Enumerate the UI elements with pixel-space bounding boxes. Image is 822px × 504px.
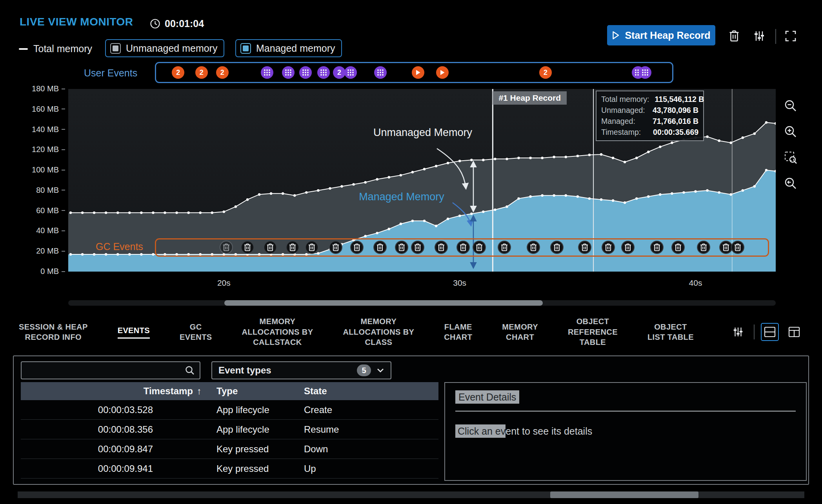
gc-event-icon[interactable] xyxy=(241,241,254,254)
gc-event-icon[interactable] xyxy=(621,241,635,254)
column-header-state[interactable]: State xyxy=(295,382,438,400)
user-event-touch-icon[interactable] xyxy=(299,66,312,79)
user-events-strip: 22222 xyxy=(155,62,673,83)
legend-total-memory[interactable]: Total memory xyxy=(19,43,92,54)
table-row[interactable]: 00:00:08.356App lifecycleResume xyxy=(21,420,438,439)
user-event-touch-icon[interactable] xyxy=(261,66,273,79)
y-axis-tick: 160 MB xyxy=(0,105,65,114)
user-event-tap-count-icon[interactable]: 2 xyxy=(216,66,229,79)
event-types-dropdown[interactable]: Event types 5 xyxy=(211,361,391,379)
window-scrollbar-thumb[interactable] xyxy=(550,491,698,498)
tab-object-reference-table[interactable]: OBJECT REFERENCE TABLE xyxy=(568,316,618,347)
cell-state: Resume xyxy=(295,420,438,439)
gc-event-icon[interactable] xyxy=(435,241,448,254)
cell-type: Key pressed xyxy=(208,459,295,478)
search-input[interactable] xyxy=(26,365,181,376)
gc-event-icon[interactable] xyxy=(697,241,710,254)
tab-label: SESSION & HEAP RECORD INFO xyxy=(19,322,88,343)
cell-timestamp: 00:00:08.356 xyxy=(21,420,208,439)
tab-memory-allocations-by-callstack[interactable]: MEMORY ALLOCATIONS BY CALLSTACK xyxy=(242,316,313,347)
gc-event-icon[interactable] xyxy=(731,241,744,254)
user-event-tap-count-icon[interactable]: 2 xyxy=(333,66,346,79)
user-event-tap-count-icon[interactable]: 2 xyxy=(172,66,184,79)
tab-label: MEMORY ALLOCATIONS BY CALLSTACK xyxy=(242,316,313,347)
legend-managed-memory[interactable]: Managed memory xyxy=(235,39,342,57)
fullscreen-button[interactable] xyxy=(781,27,800,45)
event-details-title: Event Details xyxy=(455,390,519,404)
user-event-touch-icon[interactable] xyxy=(374,66,387,79)
table-row[interactable]: 00:00:09.847Key pressedDown xyxy=(21,439,438,459)
gc-event-icon[interactable] xyxy=(650,241,664,254)
tab-session-heap-record-info[interactable]: SESSION & HEAP RECORD INFO xyxy=(19,322,88,343)
gc-event-icon[interactable] xyxy=(473,241,486,254)
gc-event-icon[interactable] xyxy=(550,241,564,254)
user-event-touch-group-icon[interactable] xyxy=(632,66,651,79)
gc-event-icon[interactable] xyxy=(395,241,408,254)
column-header-type[interactable]: Type xyxy=(208,382,295,400)
tab-memory-allocations-by-class[interactable]: MEMORY ALLOCATIONS BY CLASS xyxy=(343,316,414,347)
zoom-in-button[interactable] xyxy=(781,122,800,141)
tabbar-divider xyxy=(754,325,755,339)
trash-icon xyxy=(728,30,740,42)
gc-event-icon[interactable] xyxy=(498,241,511,254)
memory-chart[interactable]: #1 Heap Record Total memory:115,546,112 … xyxy=(68,89,776,272)
details-divider xyxy=(455,411,796,412)
table-row[interactable]: 00:00:03.528App lifecycleCreate xyxy=(21,400,438,420)
layout-grid-button[interactable] xyxy=(785,323,803,341)
tab-bar: SESSION & HEAP RECORD INFOEVENTSGC EVENT… xyxy=(19,314,803,350)
gc-event-icon[interactable] xyxy=(719,241,733,254)
user-event-play-icon[interactable] xyxy=(412,66,424,79)
chart-settings-button[interactable] xyxy=(750,27,769,45)
gc-event-icon[interactable] xyxy=(220,241,233,254)
tab-gc-events[interactable]: GC EVENTS xyxy=(180,322,212,343)
x-axis-tick: 30s xyxy=(444,278,475,288)
page-title: LIVE VIEW MONITOR xyxy=(20,16,133,28)
managed-memory-annotation: Managed Memory xyxy=(341,191,462,203)
table-grid-icon xyxy=(788,326,800,337)
zoom-out-button[interactable] xyxy=(781,96,800,115)
zoom-reset-button[interactable] xyxy=(781,174,800,193)
tab-events[interactable]: EVENTS xyxy=(118,325,150,339)
user-event-play-icon[interactable] xyxy=(436,66,449,79)
gc-event-icon[interactable] xyxy=(305,241,318,254)
cell-timestamp: 00:00:09.941 xyxy=(21,459,208,478)
gc-event-icon[interactable] xyxy=(578,241,591,254)
delete-button[interactable] xyxy=(725,27,744,45)
gc-event-icon[interactable] xyxy=(350,241,364,254)
user-event-touch-icon[interactable] xyxy=(344,66,357,79)
table-settings-button[interactable] xyxy=(729,323,747,341)
gc-event-icon[interactable] xyxy=(264,241,277,254)
column-header-timestamp[interactable]: Timestamp↑ xyxy=(21,382,208,400)
gc-event-icon[interactable] xyxy=(411,241,424,254)
search-box[interactable] xyxy=(21,361,200,379)
tab-flame-chart[interactable]: FLAME CHART xyxy=(444,322,472,343)
zoom-selection-button[interactable] xyxy=(781,148,800,167)
events-panel: Event types 5 Timestamp↑TypeState 00:00:… xyxy=(13,355,809,485)
heap-record-flag[interactable]: #1 Heap Record xyxy=(493,91,567,105)
start-heap-record-button[interactable]: Start Heap Record xyxy=(607,25,715,45)
tab-object-list-table[interactable]: OBJECT LIST TABLE xyxy=(647,322,694,343)
zoom-controls xyxy=(781,96,800,193)
user-event-touch-icon[interactable] xyxy=(282,66,295,79)
gc-event-icon[interactable] xyxy=(602,241,615,254)
sliders-icon xyxy=(732,326,744,338)
user-events-label: User Events xyxy=(84,67,137,79)
legend-unmanaged-memory[interactable]: Unmanaged memory xyxy=(105,39,224,57)
gc-event-icon[interactable] xyxy=(456,241,470,254)
user-event-tap-count-icon[interactable]: 2 xyxy=(539,66,552,79)
chart-scrollbar-thumb[interactable] xyxy=(224,300,543,306)
gc-event-icon[interactable] xyxy=(286,241,299,254)
window-scrollbar[interactable] xyxy=(18,491,804,498)
gc-event-icon[interactable] xyxy=(527,241,540,254)
layout-split-rows-button[interactable] xyxy=(761,323,779,341)
user-event-tap-count-icon[interactable]: 2 xyxy=(195,66,208,79)
tab-memory-chart[interactable]: MEMORY CHART xyxy=(502,322,538,343)
table-row[interactable]: 00:00:09.941Key pressedUp xyxy=(21,459,438,479)
gc-event-icon[interactable] xyxy=(373,241,387,254)
gc-event-icon[interactable] xyxy=(671,241,685,254)
cell-type: App lifecycle xyxy=(208,420,295,439)
chart-scrollbar[interactable] xyxy=(68,300,776,306)
user-event-touch-icon[interactable] xyxy=(317,66,330,79)
y-axis-tick: 180 MB xyxy=(0,84,65,93)
gc-event-icon[interactable] xyxy=(329,241,342,254)
